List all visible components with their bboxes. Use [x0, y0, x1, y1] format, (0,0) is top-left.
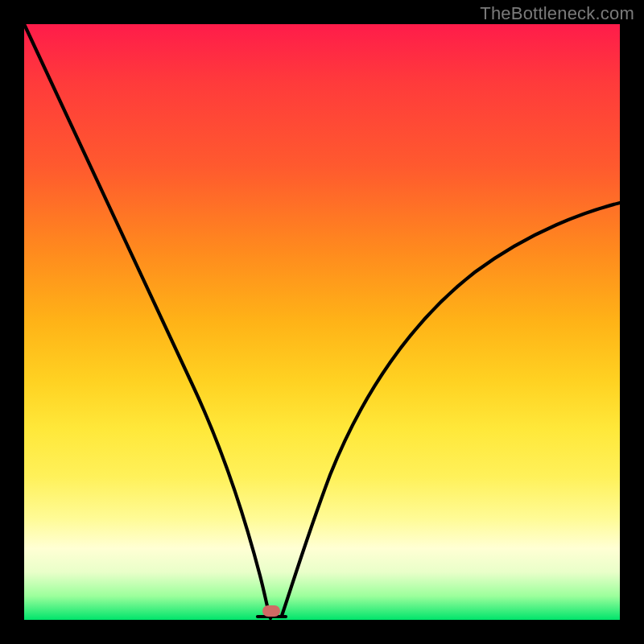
curve-layer	[24, 24, 620, 620]
optimum-marker	[262, 605, 280, 617]
watermark-text: TheBottleneck.com	[480, 3, 634, 24]
chart-frame: TheBottleneck.com	[0, 0, 644, 644]
left-curve	[24, 24, 270, 618]
plot-area	[24, 24, 620, 620]
right-curve	[282, 203, 620, 616]
